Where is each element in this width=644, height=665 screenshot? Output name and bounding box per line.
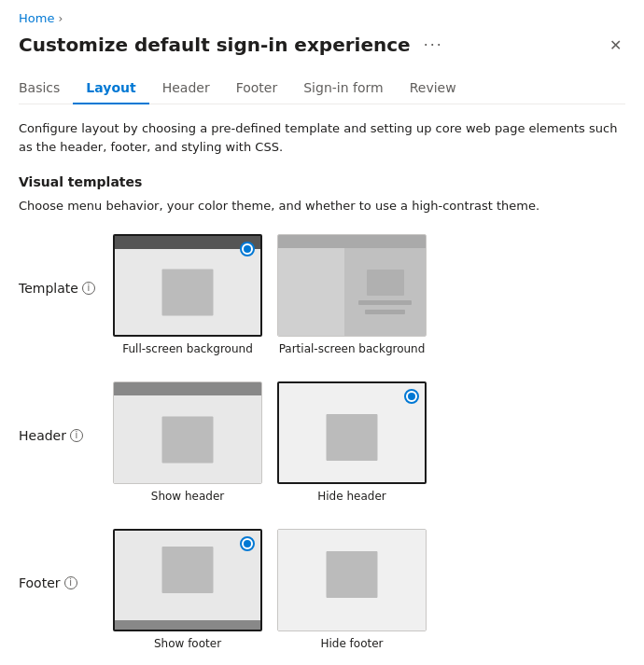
footer-label: Footer i — [19, 529, 98, 590]
show-footer-preview — [115, 531, 260, 630]
breadcrumb: Home › — [19, 11, 625, 25]
layout-description: Configure layout by choosing a pre-defin… — [19, 119, 625, 156]
hide-header-card[interactable] — [277, 381, 427, 484]
show-footer-label: Show footer — [154, 637, 221, 650]
tab-layout[interactable]: Layout — [73, 73, 148, 104]
template-label: Template i — [19, 234, 98, 296]
option-full-screen[interactable]: Full-screen background — [113, 234, 262, 355]
hide-footer-preview — [278, 530, 426, 630]
hide-header-radio — [404, 389, 419, 404]
option-partial-screen[interactable]: Partial-screen background — [277, 234, 427, 355]
show-header-card[interactable] — [113, 381, 262, 484]
partial-screen-card[interactable] — [277, 234, 427, 337]
tab-basics[interactable]: Basics — [19, 73, 73, 104]
option-hide-footer[interactable]: Hide footer — [277, 529, 427, 650]
hide-header-label: Hide header — [317, 490, 385, 503]
option-show-header[interactable]: Show header — [113, 381, 262, 503]
full-screen-preview — [115, 236, 260, 335]
visual-templates-desc: Choose menu behavior, your color theme, … — [19, 197, 625, 215]
page-title-row: Customize default sign-in experience ··· — [19, 33, 449, 56]
tab-signin-form[interactable]: Sign-in form — [290, 73, 396, 104]
breadcrumb-home[interactable]: Home — [19, 11, 54, 25]
footer-info-icon[interactable]: i — [64, 576, 77, 589]
header-option-group: Header i Show header — [19, 381, 625, 503]
template-options: Full-screen background Partial-screen ba… — [113, 234, 427, 355]
show-footer-card[interactable] — [113, 529, 262, 631]
show-footer-radio — [240, 536, 255, 551]
page-wrapper: Home › Customize default sign-in experie… — [0, 0, 644, 665]
hide-footer-label: Hide footer — [320, 637, 383, 650]
header-info-icon[interactable]: i — [70, 429, 83, 442]
option-show-footer[interactable]: Show footer — [113, 529, 262, 650]
header-options: Show header Hide header — [113, 381, 427, 503]
partial-screen-label: Partial-screen background — [279, 342, 426, 355]
visual-templates-title: Visual templates — [19, 174, 625, 189]
template-option-group: Template i Full-screen background — [19, 234, 625, 355]
full-screen-label: Full-screen background — [122, 342, 253, 355]
full-screen-radio — [240, 242, 255, 256]
show-header-preview — [114, 382, 261, 483]
breadcrumb-separator: › — [58, 12, 63, 25]
hide-footer-card[interactable] — [277, 529, 427, 631]
partial-screen-preview — [278, 235, 426, 336]
header-label: Header i — [19, 381, 98, 443]
footer-option-group: Footer i Show footer — [19, 529, 625, 650]
page-header: Customize default sign-in experience ···… — [19, 33, 625, 58]
footer-options: Show footer Hide footer — [113, 529, 427, 650]
full-screen-card[interactable] — [113, 234, 262, 337]
option-hide-header[interactable]: Hide header — [277, 381, 427, 503]
tab-footer[interactable]: Footer — [223, 73, 291, 104]
page-title: Customize default sign-in experience — [19, 34, 411, 56]
template-info-icon[interactable]: i — [82, 282, 95, 295]
more-button[interactable]: ··· — [418, 33, 449, 56]
tab-header[interactable]: Header — [149, 73, 223, 104]
tab-review[interactable]: Review — [397, 73, 469, 104]
close-button[interactable]: ✕ — [606, 33, 625, 58]
show-header-label: Show header — [151, 490, 224, 503]
hide-header-preview — [279, 383, 425, 482]
tabs-bar: Basics Layout Header Footer Sign-in form… — [19, 73, 625, 104]
